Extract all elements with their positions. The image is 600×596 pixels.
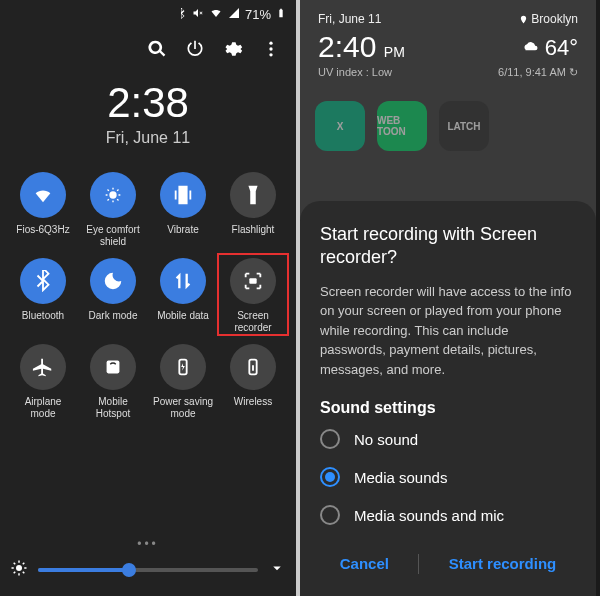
qs-tile-wireless[interactable]: Wireless (222, 344, 284, 420)
power-saving-icon[interactable] (160, 344, 206, 390)
qs-label: Airplane mode (12, 396, 74, 420)
qs-label: Screen recorder (222, 310, 284, 334)
svg-point-8 (16, 565, 22, 571)
bluetooth-icon[interactable] (20, 258, 66, 304)
power-icon[interactable] (185, 39, 205, 59)
brightness-slider[interactable] (38, 568, 258, 572)
sound-settings-heading: Sound settings (320, 399, 576, 417)
battery-status-icon (276, 6, 286, 23)
clock-date: Fri, June 11 (0, 129, 296, 147)
dialog-title: Start recording with Screen recorder? (320, 223, 576, 270)
qs-tile-bluetooth[interactable]: Bluetooth (12, 258, 74, 334)
screen-recorder-dialog: Start recording with Screen recorder? Sc… (300, 201, 596, 596)
qs-label: Flashlight (232, 224, 275, 248)
qs-tile-wifi[interactable]: Fios-6Q3Hz (12, 172, 74, 248)
uv-text: UV index : Low (318, 66, 392, 79)
qs-tile-screen-recorder[interactable]: Screen recorder (222, 258, 284, 334)
qs-tile-power-saving[interactable]: Power saving mode (152, 344, 214, 420)
qs-label: Mobile Hotspot (82, 396, 144, 420)
top-bar (0, 29, 296, 59)
qs-label: Bluetooth (22, 310, 64, 334)
dialog-body: Screen recorder will have access to the … (320, 282, 576, 380)
app-icon[interactable]: X (315, 101, 365, 151)
app-row: XWEB TOONLATCH (300, 91, 596, 161)
flashlight-icon[interactable] (230, 172, 276, 218)
sound-option[interactable]: Media sounds (320, 467, 576, 487)
sound-option[interactable]: No sound (320, 429, 576, 449)
qs-label: Fios-6Q3Hz (16, 224, 69, 248)
qs-tile-mobile-data[interactable]: Mobile data (152, 258, 214, 334)
home-with-dialog-panel: Fri, June 11 Brooklyn 2:40 PM 64° UV ind… (298, 0, 596, 596)
qs-label: Power saving mode (152, 396, 214, 420)
wireless-icon[interactable] (230, 344, 276, 390)
vibrate-icon[interactable] (160, 172, 206, 218)
qs-label: Mobile data (157, 310, 209, 334)
more-icon[interactable] (261, 39, 281, 59)
page-indicator: ••• (0, 537, 296, 551)
status-time: 2:40 (318, 30, 376, 63)
quick-settings-panel: 71% 2:38 Fri, June 11 Fios-6Q3HzEye comf… (0, 0, 298, 596)
divider (418, 554, 419, 574)
wifi-status-icon (209, 7, 223, 22)
qs-label: Vibrate (167, 224, 199, 248)
airplane-icon[interactable] (20, 344, 66, 390)
qs-tile-airplane[interactable]: Airplane mode (12, 344, 74, 420)
wifi-icon[interactable] (20, 172, 66, 218)
sound-option[interactable]: Media sounds and mic (320, 505, 576, 525)
qs-tile-eye-comfort[interactable]: Eye comfort shield (82, 172, 144, 248)
qs-tile-vibrate[interactable]: Vibrate (152, 172, 214, 248)
clock-widget: 2:38 Fri, June 11 (0, 79, 296, 147)
hotspot-icon[interactable] (90, 344, 136, 390)
qs-tile-dark-mode[interactable]: Dark mode (82, 258, 144, 334)
radio-button[interactable] (320, 505, 340, 525)
clock-time: 2:38 (0, 79, 296, 127)
notification-header: Fri, June 11 Brooklyn 2:40 PM 64° UV ind… (300, 0, 596, 91)
qs-label: Eye comfort shield (82, 224, 144, 248)
svg-point-1 (269, 47, 272, 50)
qs-label: Dark mode (89, 310, 138, 334)
signal-status-icon (228, 7, 240, 22)
quick-settings-grid: Fios-6Q3HzEye comfort shieldVibrateFlash… (0, 147, 296, 430)
dark-mode-icon[interactable] (90, 258, 136, 304)
svg-point-3 (109, 191, 116, 198)
brightness-row (10, 559, 286, 581)
status-date: Fri, June 11 (318, 12, 381, 26)
battery-status-text: 71% (245, 7, 271, 22)
status-location: Brooklyn (519, 12, 578, 26)
svg-rect-4 (249, 278, 256, 284)
search-icon[interactable] (147, 39, 167, 59)
eye-comfort-icon[interactable] (90, 172, 136, 218)
status-bar: 71% (0, 0, 296, 29)
brightness-icon (10, 559, 28, 581)
app-icon[interactable]: WEB TOON (377, 101, 427, 151)
radio-button[interactable] (320, 467, 340, 487)
mobile-data-icon[interactable] (160, 258, 206, 304)
svg-point-0 (269, 42, 272, 45)
radio-label: Media sounds and mic (354, 507, 504, 524)
start-recording-button[interactable]: Start recording (439, 547, 567, 580)
dialog-actions: Cancel Start recording (320, 547, 576, 580)
cancel-button[interactable]: Cancel (330, 547, 399, 580)
status-ampm: PM (384, 44, 405, 60)
chevron-down-icon[interactable] (268, 559, 286, 581)
qs-tile-flashlight[interactable]: Flashlight (222, 172, 284, 248)
gear-icon[interactable] (223, 39, 243, 59)
screen-recorder-icon[interactable] (230, 258, 276, 304)
updated-text: 6/11, 9:41 AM ↻ (498, 66, 578, 79)
radio-label: Media sounds (354, 469, 447, 486)
sound-options: No soundMedia soundsMedia sounds and mic (320, 429, 576, 525)
radio-button[interactable] (320, 429, 340, 449)
qs-tile-hotspot[interactable]: Mobile Hotspot (82, 344, 144, 420)
bluetooth-status-icon (175, 7, 187, 22)
radio-label: No sound (354, 431, 418, 448)
app-icon[interactable]: LATCH (439, 101, 489, 151)
qs-label: Wireless (234, 396, 272, 420)
mute-status-icon (192, 7, 204, 22)
weather-temp: 64° (519, 35, 578, 61)
svg-point-2 (269, 53, 272, 56)
